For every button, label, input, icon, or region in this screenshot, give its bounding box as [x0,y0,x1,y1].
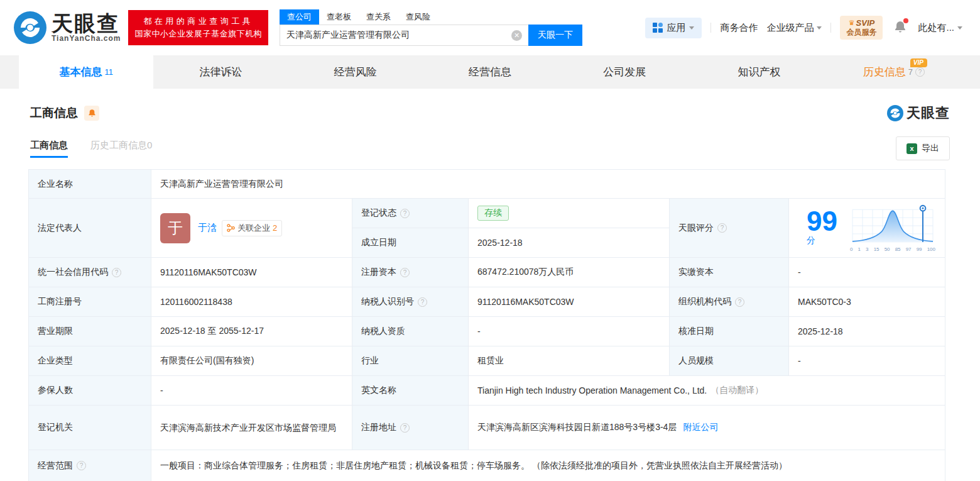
help-icon[interactable]: ? [418,297,427,307]
score-number: 99 [807,206,837,236]
tab-basic-info[interactable]: 基本信息 11 [19,55,153,89]
logo-brand-text: 天眼查 [52,13,121,34]
legal-rep-name-link[interactable]: 于浛 [198,222,217,234]
divider [710,23,711,33]
apps-label: 应用 [667,22,685,34]
help-icon[interactable]: ? [400,268,410,277]
chevron-down-icon [817,26,822,30]
search-tab-risk[interactable]: 查风险 [398,9,438,25]
search-button[interactable]: 天眼一下 [528,25,582,46]
tianyancha-logo-icon [14,11,46,44]
score-label: 天眼评分? [670,199,789,258]
staff-size-value: - [789,346,945,376]
related-companies-count: 2 [273,223,277,233]
reg-address-label: 注册地址? [352,406,469,450]
tianyancha-watermark: 天眼查 [887,104,950,123]
insured-value: - [151,376,352,406]
help-icon[interactable]: ? [717,223,727,233]
reg-status-value: 存续 [469,199,670,228]
enterprise-products-label: 企业级产品 [766,22,814,34]
user-menu[interactable]: 此处有... [918,22,962,34]
staff-size-label: 人员规模 [670,346,789,376]
export-button[interactable]: x 导出 [896,136,950,160]
enterprise-products-link[interactable]: 企业级产品 [766,22,822,34]
org-chart-icon [227,224,235,232]
search-tabs: 查公司 查老板 查关系 查风险 [280,9,582,25]
search-input[interactable] [280,30,511,40]
english-name-label: 英文名称 [352,376,469,406]
vip-badge: VIP [910,58,927,67]
tab-company-development[interactable]: 公司发展 [557,55,692,89]
industry-value: 租赁业 [469,346,670,376]
business-scope-label: 经营范围? [29,450,151,481]
notifications-button[interactable] [894,20,906,36]
company-name-label: 企业名称 [29,170,151,199]
tab-history-info[interactable]: VIP 历史信息 7 ? [827,55,961,89]
search-tab-relation[interactable]: 查关系 [359,9,398,25]
score-unit: 分 [807,235,815,245]
subscribe-bell-button[interactable] [84,106,99,121]
user-name: 此处有... [918,22,954,34]
help-icon[interactable]: ? [915,67,925,77]
help-icon[interactable]: ? [400,209,410,218]
svip-sub-label: 会员服务 [846,28,876,37]
tab-business-info[interactable]: 经营信息 [423,55,557,89]
help-icon[interactable]: ? [400,423,410,433]
search-area: 查公司 查老板 查关系 查风险 ✕ 天眼一下 [280,9,582,46]
tab-history-info-count: 7 [908,67,913,77]
bell-icon [88,109,96,118]
subtab-history-business-info[interactable]: 历史工商信息0 [90,140,152,158]
company-type-label: 企业类型 [29,346,151,376]
reg-capital-value: 687472.210078万人民币 [469,258,670,287]
subtab-business-info[interactable]: 工商信息 [30,140,68,158]
tab-operating-risk[interactable]: 经营风险 [288,55,423,89]
business-cooperation-link[interactable]: 商务合作 [720,22,758,34]
company-section-tabs: 基本信息 11 法律诉讼 经营风险 经营信息 公司发展 知识产权 VIP 历史信… [0,55,980,89]
related-companies-badge[interactable]: 关联企业 2 [222,220,282,236]
org-code-label: 组织机构代码? [670,287,789,317]
tianyancha-logo[interactable]: 天眼查 TianYanCha.com [14,11,121,44]
business-registration-table: 企业名称 天津高新产业运营管理有限公司 法定代表人 于 于浛 关联企业 2 登记… [28,169,945,481]
export-label: 导出 [922,143,939,154]
tab-basic-info-count: 11 [104,67,113,77]
apps-button[interactable]: 应用 [645,18,702,38]
help-icon[interactable]: ? [735,297,744,307]
industry-label: 行业 [352,346,469,376]
search-tab-company[interactable]: 查公司 [280,9,319,25]
watermark-text: 天眼查 [906,104,950,123]
tab-legal-proceedings[interactable]: 法律诉讼 [153,55,288,89]
tab-intellectual-property-label: 知识产权 [738,65,781,79]
tab-legal-proceedings-label: 法律诉讼 [199,65,242,79]
help-icon[interactable]: ? [112,268,121,277]
tab-company-development-label: 公司发展 [603,65,646,79]
credit-code-label: 统一社会信用代码? [29,258,151,287]
divider [830,23,831,33]
score-axis-ticks: 0131550859799100 [849,246,936,252]
section-title: 工商信息 [30,105,78,121]
business-term-label: 营业期限 [29,317,151,346]
header-right-nav: 应用 商务合作 企业级产品 ♛ SVIP 会员服务 此处有... [645,16,962,40]
clear-search-icon[interactable]: ✕ [511,30,522,41]
english-name-value: Tianjin High tech Industry Operation Man… [469,376,945,406]
approval-date-label: 核准日期 [670,317,789,346]
nearby-companies-link[interactable]: 附近公司 [683,422,718,433]
reg-authority-value: 天津滨海高新技术产业开发区市场监督管理局 [151,406,352,450]
related-companies-label: 关联企业 [237,223,270,234]
tab-basic-info-label: 基本信息 [59,65,102,79]
crown-icon: ♛ [849,18,855,28]
apps-grid-icon [653,23,663,33]
svip-member-button[interactable]: ♛ SVIP 会员服务 [840,16,883,40]
legal-rep-avatar[interactable]: 于 [160,213,190,243]
promo-line2: 国家中小企业发展子基金旗下机构 [134,28,262,40]
reg-number-value: 120116002118438 [151,287,352,317]
taxpayer-quality-label: 纳税人资质 [352,317,469,346]
score-distribution-chart[interactable]: 0131550859799100 [849,204,936,252]
paid-capital-value: - [789,258,945,287]
help-icon[interactable]: ? [77,461,86,470]
search-tab-boss[interactable]: 查老板 [319,9,359,25]
approval-date-value: 2025-12-18 [789,317,945,346]
tab-intellectual-property[interactable]: 知识产权 [692,55,826,89]
status-badge: 存续 [477,206,509,221]
taxpayer-quality-value: - [469,317,670,346]
company-type-value: 有限责任公司(国有独资) [151,346,352,376]
